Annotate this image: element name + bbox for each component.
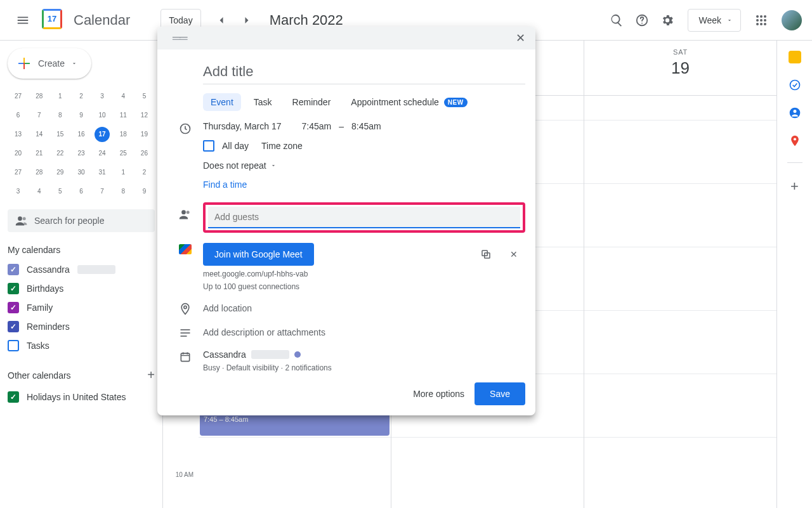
mini-cal-day[interactable]: 3 — [95, 89, 110, 104]
other-calendars-header[interactable]: Other calendars + — [8, 368, 155, 382]
add-calendar-button[interactable]: + — [147, 368, 155, 382]
mini-cal-day[interactable]: 26 — [136, 146, 152, 161]
support-button[interactable] — [629, 8, 655, 33]
calendar-checkbox[interactable] — [8, 321, 19, 332]
event-date[interactable]: Thursday, March 17 — [203, 121, 281, 131]
mini-cal-day[interactable]: 23 — [74, 146, 89, 161]
calendar-checkbox[interactable] — [8, 283, 19, 294]
mini-cal-day[interactable]: 11 — [115, 108, 131, 123]
drag-handle-icon[interactable]: ══ — [173, 32, 187, 45]
mini-cal-day[interactable]: 17 — [95, 127, 110, 142]
all-day-checkbox[interactable] — [203, 140, 214, 152]
copy-meet-link-button[interactable] — [475, 243, 497, 266]
find-time-button[interactable]: Find a time — [203, 179, 525, 190]
mini-cal-day[interactable]: 6 — [11, 108, 26, 123]
mini-cal-day[interactable]: 1 — [53, 89, 68, 104]
calendar-list-item[interactable]: Family — [8, 298, 155, 317]
mini-cal-day[interactable]: 5 — [53, 184, 68, 199]
mini-cal-day[interactable]: 7 — [32, 108, 47, 123]
tasks-icon[interactable] — [789, 79, 801, 91]
app-logo[interactable]: 17 Calendar — [41, 8, 130, 33]
day-column-sat[interactable] — [584, 120, 776, 508]
keep-icon[interactable] — [789, 51, 801, 63]
mini-cal-day[interactable]: 12 — [136, 108, 152, 123]
contacts-icon[interactable] — [789, 107, 801, 119]
mini-cal-day[interactable]: 20 — [11, 146, 26, 161]
mini-cal-day[interactable]: 8 — [53, 108, 68, 123]
add-location-button[interactable]: Add location — [203, 303, 525, 313]
event-title-input[interactable] — [203, 60, 525, 84]
mini-cal-day[interactable]: 4 — [115, 89, 131, 104]
mini-cal-day[interactable]: 16 — [74, 127, 89, 142]
mini-cal-day[interactable]: 13 — [11, 127, 26, 142]
join-meet-button[interactable]: Join with Google Meet — [203, 243, 314, 266]
mini-cal-day[interactable]: 21 — [32, 146, 47, 161]
calendar-checkbox[interactable] — [8, 302, 19, 313]
settings-button[interactable] — [655, 8, 680, 33]
save-button[interactable]: Save — [475, 382, 525, 405]
mini-cal-day[interactable]: 24 — [95, 146, 110, 161]
mini-cal-day[interactable]: 15 — [53, 127, 68, 142]
mini-cal-day[interactable]: 3 — [11, 184, 26, 199]
add-guests-input[interactable] — [208, 207, 520, 228]
close-button[interactable]: ✕ — [510, 28, 530, 48]
end-time[interactable]: 8:45am — [351, 121, 381, 131]
mini-cal-day[interactable]: 9 — [74, 108, 89, 123]
calendar-list-item[interactable]: Tasks — [8, 336, 155, 355]
modal-header[interactable]: ══ ✕ — [157, 27, 535, 49]
mini-cal-day[interactable]: 19 — [136, 127, 152, 142]
recurrence-selector[interactable]: Does not repeat — [203, 160, 525, 171]
view-selector[interactable]: Week — [688, 9, 741, 32]
mini-cal-day[interactable]: 29 — [53, 165, 68, 180]
get-addons-button[interactable]: + — [790, 178, 799, 195]
mini-cal-day[interactable]: 6 — [74, 184, 89, 199]
allday-cell-sat[interactable] — [584, 96, 776, 120]
event-defaults-summary[interactable]: Busy · Default visibility · 2 notificati… — [203, 363, 525, 372]
mini-cal-day[interactable]: 2 — [74, 89, 89, 104]
maps-icon[interactable] — [789, 134, 801, 147]
start-time[interactable]: 7:45am — [301, 121, 331, 131]
tab-event[interactable]: Event — [203, 93, 241, 111]
mini-cal-day[interactable]: 30 — [74, 165, 89, 180]
mini-cal-day[interactable]: 27 — [11, 89, 26, 104]
remove-meet-button[interactable]: ✕ — [502, 243, 525, 266]
calendar-checkbox[interactable] — [8, 264, 19, 275]
search-button[interactable] — [604, 8, 629, 33]
tab-reminder[interactable]: Reminder — [285, 93, 339, 111]
mini-cal-day[interactable]: 22 — [53, 146, 68, 161]
tab-task[interactable]: Task — [246, 93, 280, 111]
calendar-list-item[interactable]: Holidays in United States — [8, 388, 155, 407]
mini-cal-day[interactable]: 28 — [32, 165, 47, 180]
mini-cal-day[interactable]: 9 — [136, 184, 152, 199]
calendar-checkbox[interactable] — [8, 340, 19, 351]
google-apps-button[interactable] — [749, 8, 774, 33]
mini-cal-day[interactable]: 8 — [115, 184, 131, 199]
account-avatar[interactable] — [782, 10, 802, 30]
mini-cal-day[interactable]: 7 — [95, 184, 110, 199]
calendar-list-item[interactable]: Birthdays — [8, 279, 155, 298]
calendar-color-dot[interactable] — [294, 351, 301, 358]
day-header[interactable]: SAT19 — [584, 41, 776, 95]
time-zone-button[interactable]: Time zone — [261, 141, 303, 151]
calendar-checkbox[interactable] — [8, 391, 19, 403]
mini-calendar[interactable]: 2728123456789101112131415161718192021222… — [8, 89, 155, 199]
mini-cal-day[interactable]: 18 — [115, 127, 131, 142]
main-menu-button[interactable] — [10, 8, 36, 33]
mini-cal-day[interactable]: 10 — [95, 108, 110, 123]
calendar-list-item[interactable]: Cassandra — [8, 260, 155, 279]
create-button[interactable]: Create — [8, 48, 91, 79]
mini-cal-day[interactable]: 5 — [136, 89, 152, 104]
add-description-button[interactable]: Add description or attachments — [203, 327, 525, 337]
mini-cal-day[interactable]: 1 — [115, 165, 131, 180]
my-calendars-header[interactable]: My calendars — [8, 245, 155, 255]
more-options-button[interactable]: More options — [413, 389, 464, 399]
mini-cal-day[interactable]: 27 — [11, 165, 26, 180]
mini-cal-day[interactable]: 14 — [32, 127, 47, 142]
search-people-input[interactable]: Search for people — [8, 209, 155, 232]
mini-cal-day[interactable]: 25 — [115, 146, 131, 161]
mini-cal-day[interactable]: 2 — [136, 165, 152, 180]
tab-appointment[interactable]: Appointment schedule NEW — [343, 93, 475, 111]
mini-cal-day[interactable]: 28 — [32, 89, 47, 104]
mini-cal-day[interactable]: 4 — [32, 184, 47, 199]
calendar-list-item[interactable]: Reminders — [8, 317, 155, 336]
